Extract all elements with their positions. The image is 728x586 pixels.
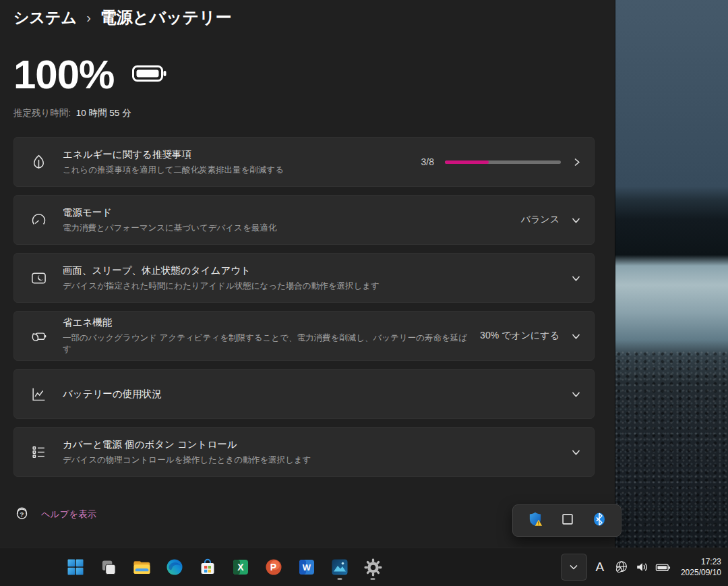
card-subtitle: デバイスの物理コントロールを操作したときの動作を選択します — [63, 455, 561, 466]
card-subtitle: 一部のバックグラウンド アクティビティを制限することで、電力消費を削減し、バッテ… — [63, 332, 471, 355]
chevron-down-icon[interactable] — [570, 331, 582, 341]
desktop-screen: システム › 電源とバッテリー 100% 推定残り時間: 10 時間 55 分 — [0, 0, 728, 586]
clock-time: 17:23 — [681, 556, 721, 567]
tray-overflow-button[interactable] — [561, 554, 587, 581]
card-title: バッテリーの使用状況 — [63, 388, 561, 401]
card-title: 電源モード — [63, 206, 512, 219]
svg-text:?: ? — [20, 510, 24, 518]
no-internet-globe-icon[interactable] — [613, 560, 630, 575]
card-energy-saver[interactable]: 省エネ機能 一部のバックグラウンド アクティビティを制限することで、電力消費を削… — [13, 311, 595, 361]
card-title: 画面、スリープ、休止状態のタイムアウト — [63, 264, 561, 277]
line-chart-icon — [14, 386, 63, 403]
taskbar-system-tray: A — [561, 548, 724, 586]
speedometer-icon — [14, 212, 63, 229]
card-subtitle: デバイスが指定された時間にわたりアイドル状態になった場合の動作を選択します — [63, 281, 561, 292]
taskbar: X P W — [0, 548, 728, 586]
card-subtitle: 電力消費とパフォーマンスに基づいてデバイスを最適化 — [63, 223, 512, 234]
chevron-down-icon[interactable] — [570, 389, 582, 399]
card-energy-recommendations[interactable]: エネルギーに関する推奨事項 これらの推奨事項を適用して二酸化炭素排出量を削減する… — [13, 137, 595, 187]
powerpoint-icon[interactable]: P — [260, 554, 287, 581]
recommendations-progressbar — [445, 160, 561, 164]
page-title: 電源とバッテリー — [100, 7, 232, 28]
microsoft-store-icon[interactable] — [194, 554, 221, 581]
battery-full-icon — [131, 62, 168, 88]
clock-date: 2025/09/10 — [681, 567, 721, 578]
excel-icon[interactable]: X — [227, 554, 254, 581]
help-headset-icon: ? — [13, 505, 30, 524]
breadcrumb: システム › 電源とバッテリー — [13, 7, 595, 28]
card-title: エネルギーに関する推奨事項 — [63, 148, 412, 161]
battery-hero: 100% — [13, 51, 595, 98]
volume-icon[interactable] — [634, 560, 651, 575]
svg-text:P: P — [270, 562, 276, 573]
app-window-icon[interactable] — [560, 512, 575, 529]
leaf-icon — [14, 154, 63, 171]
svg-text:X: X — [237, 562, 244, 573]
taskbar-clock[interactable]: 17:23 2025/09/10 — [681, 556, 721, 578]
task-view-button[interactable] — [95, 554, 122, 581]
word-icon[interactable]: W — [293, 554, 320, 581]
svg-text:W: W — [303, 562, 311, 573]
screen-sleep-icon — [14, 270, 63, 287]
chevron-down-icon[interactable] — [570, 273, 582, 283]
power-mode-selected[interactable]: バランス — [521, 214, 559, 226]
settings-window: システム › 電源とバッテリー 100% 推定残り時間: 10 時間 55 分 — [0, 0, 615, 548]
edge-icon[interactable] — [161, 554, 188, 581]
card-lid-power-button-controls[interactable]: カバーと電源 個のボタン コントロール デバイスの物理コントロールを操作したとき… — [13, 427, 595, 477]
breadcrumb-separator: › — [86, 10, 91, 26]
settings-gear-icon[interactable] — [359, 554, 386, 581]
help-section: ? ヘルプを表示 — [13, 505, 595, 524]
taskbar-app-buttons: X P W — [62, 554, 386, 581]
show-help-link[interactable]: ヘルプを表示 — [41, 508, 96, 521]
battery-icon[interactable] — [655, 560, 672, 575]
file-explorer-icon[interactable] — [128, 554, 155, 581]
start-button[interactable] — [62, 554, 89, 581]
battery-leaf-icon — [14, 328, 63, 345]
card-power-mode[interactable]: 電源モード 電力消費とパフォーマンスに基づいてデバイスを最適化 バランス — [13, 195, 595, 245]
ime-mode-indicator[interactable]: A — [590, 560, 609, 575]
breadcrumb-system[interactable]: システム — [13, 7, 77, 28]
windows-security-alert-icon[interactable] — [526, 510, 544, 531]
card-subtitle: これらの推奨事項を適用して二酸化炭素排出量を削減する — [63, 165, 412, 176]
wallpaper-pebble-beach — [615, 351, 728, 548]
estimate-value: 10 時間 55 分 — [76, 108, 131, 118]
card-battery-usage[interactable]: バッテリーの使用状況 — [13, 369, 595, 419]
estimate-label: 推定残り時間: — [13, 108, 71, 118]
card-title: 省エネ機能 — [63, 316, 471, 329]
chevron-down-icon[interactable] — [570, 215, 582, 225]
chevron-right-icon[interactable] — [572, 156, 582, 168]
list-icon — [14, 444, 63, 461]
battery-estimate: 推定残り時間: 10 時間 55 分 — [13, 107, 595, 119]
recommendations-count: 3/8 — [421, 156, 434, 167]
chevron-down-icon[interactable] — [570, 447, 582, 457]
card-screen-sleep-timeouts[interactable]: 画面、スリープ、休止状態のタイムアウト デバイスが指定された時間にわたりアイドル… — [13, 253, 595, 303]
settings-card-list: エネルギーに関する推奨事項 これらの推奨事項を適用して二酸化炭素排出量を削減する… — [13, 137, 595, 477]
energy-saver-setting[interactable]: 30% でオンにする — [480, 330, 559, 342]
bluetooth-icon[interactable] — [591, 511, 607, 530]
card-title: カバーと電源 個のボタン コントロール — [63, 438, 561, 451]
photos-icon[interactable] — [326, 554, 353, 581]
tray-overflow-flyout — [512, 504, 621, 537]
battery-percent: 100% — [13, 51, 114, 98]
